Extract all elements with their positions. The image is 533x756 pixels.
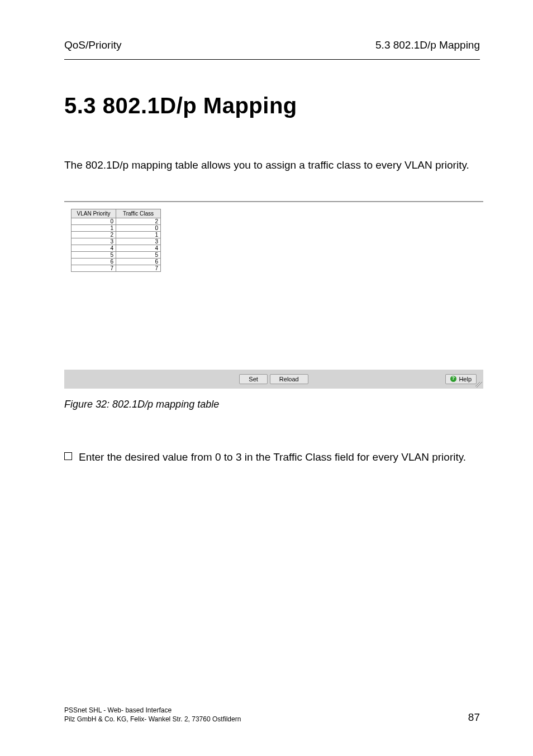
cell-tc[interactable]: 0 xyxy=(116,224,161,231)
cell-tc[interactable]: 5 xyxy=(116,251,161,258)
cell-vlan: 6 xyxy=(72,258,116,265)
cell-tc[interactable]: 2 xyxy=(116,218,161,224)
footer-left: PSSnet SHL - Web- based Interface Pilz G… xyxy=(64,706,241,724)
table-row: 55 xyxy=(72,251,161,258)
help-label: Help xyxy=(459,376,472,382)
cell-vlan: 2 xyxy=(72,231,116,238)
footer-line2: Pilz GmbH & Co. KG, Felix- Wankel Str. 2… xyxy=(64,715,241,724)
instruction-text: Enter the desired value from 0 to 3 in t… xyxy=(79,449,466,465)
col-header-vlan-priority: VLAN Priority xyxy=(72,209,116,218)
page-footer: PSSnet SHL - Web- based Interface Pilz G… xyxy=(64,706,480,724)
footer-line1: PSSnet SHL - Web- based Interface xyxy=(64,706,241,715)
cell-tc[interactable]: 1 xyxy=(116,231,161,238)
cell-tc[interactable]: 7 xyxy=(116,265,161,271)
header-left: QoS/Priority xyxy=(64,39,121,51)
help-button[interactable]: Help xyxy=(445,374,477,384)
intro-paragraph: The 802.1D/p mapping table allows you to… xyxy=(64,157,480,173)
resize-handle-icon[interactable] xyxy=(475,382,482,387)
table-row: 66 xyxy=(72,258,161,265)
cell-vlan: 7 xyxy=(72,265,116,271)
cell-vlan: 4 xyxy=(72,245,116,251)
chapter-heading: 5.3 802.1D/p Mapping xyxy=(64,93,480,118)
table-row: 02 xyxy=(72,218,161,224)
reload-button[interactable]: Reload xyxy=(270,374,308,384)
cell-vlan: 5 xyxy=(72,251,116,258)
col-header-traffic-class: Traffic Class xyxy=(116,209,161,218)
screenshot-frame: VLAN Priority Traffic Class 02 10 21 33 … xyxy=(64,201,483,389)
screenshot-content: VLAN Priority Traffic Class 02 10 21 33 … xyxy=(64,202,483,370)
header-right: 5.3 802.1D/p Mapping xyxy=(375,39,480,51)
help-icon xyxy=(450,376,456,382)
figure-caption: Figure 32: 802.1D/p mapping table xyxy=(64,399,480,410)
set-button[interactable]: Set xyxy=(239,374,268,384)
table-row: 44 xyxy=(72,245,161,251)
page-header: QoS/Priority 5.3 802.1D/p Mapping xyxy=(64,39,480,60)
cell-tc[interactable]: 4 xyxy=(116,245,161,251)
instruction-row: Enter the desired value from 0 to 3 in t… xyxy=(64,449,480,465)
cell-vlan: 0 xyxy=(72,218,116,224)
mapping-table: VLAN Priority Traffic Class 02 10 21 33 … xyxy=(71,209,161,272)
table-row: 77 xyxy=(72,265,161,271)
cell-vlan: 1 xyxy=(72,224,116,231)
table-row: 10 xyxy=(72,224,161,231)
cell-tc[interactable]: 6 xyxy=(116,258,161,265)
button-bar: Set Reload Help xyxy=(64,370,483,389)
table-row: 21 xyxy=(72,231,161,238)
cell-tc[interactable]: 3 xyxy=(116,238,161,245)
page-number: 87 xyxy=(468,711,480,724)
table-row: 33 xyxy=(72,238,161,245)
cell-vlan: 3 xyxy=(72,238,116,245)
checkbox-bullet-icon xyxy=(64,452,72,460)
